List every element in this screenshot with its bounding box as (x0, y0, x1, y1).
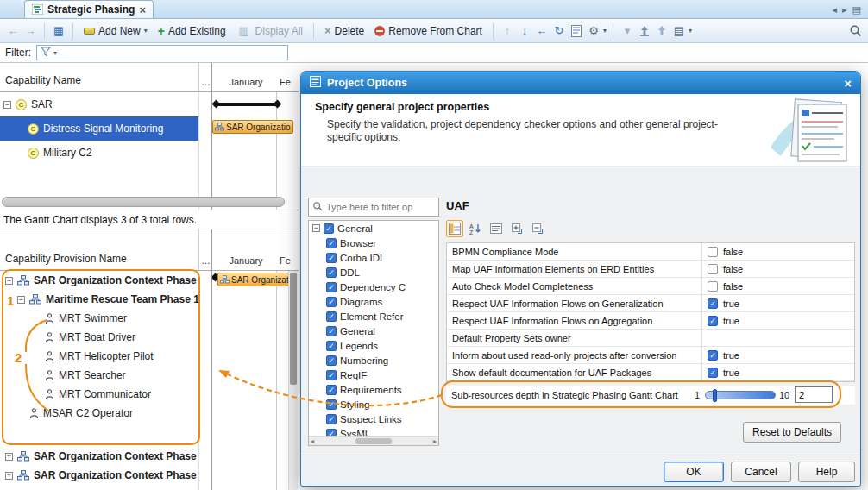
checkbox-checked-icon[interactable]: ✓ (326, 311, 337, 322)
dialog-title-bar[interactable]: Project Options × (301, 72, 860, 94)
dialog-close-icon[interactable]: × (844, 76, 852, 91)
options-item-corba-idl[interactable]: ✓Corba IDL (309, 250, 438, 265)
checkbox-checked-icon[interactable]: ✓ (326, 326, 337, 336)
checkbox-checked-icon[interactable]: ✓ (708, 368, 718, 378)
provision-name-header[interactable]: Capability Provision Name (0, 229, 198, 271)
capability-name-header[interactable]: Capability Name (0, 63, 198, 92)
checkbox-checked-icon[interactable]: ✓ (326, 385, 337, 395)
search-icon[interactable] (847, 22, 863, 40)
move-down-icon[interactable]: ↓ (517, 22, 532, 40)
refresh-icon[interactable]: ↻ (551, 22, 567, 40)
export-up-icon[interactable] (637, 22, 652, 40)
columns-icon[interactable]: ▤ (671, 22, 687, 40)
move-up-icon[interactable]: ↑ (500, 22, 515, 40)
checkbox-checked-icon[interactable]: ✓ (326, 414, 337, 424)
checkbox-checked-icon[interactable]: ✓ (326, 370, 337, 380)
checkbox-checked-icon[interactable]: ✓ (324, 223, 334, 234)
ok-button[interactable]: OK (664, 462, 724, 482)
back-icon[interactable]: ← (5, 22, 21, 40)
checkbox-unchecked-ic[interactable] (708, 281, 718, 292)
property-row-map-uaf-erd[interactable]: Map UAF Information Elements on ERD Enti… (447, 261, 854, 278)
horizontal-scrollbar[interactable] (2, 197, 285, 207)
checkbox-checked-icon[interactable]: ✓ (708, 298, 718, 309)
sort-alphabetically-icon[interactable]: AZ (467, 220, 484, 237)
collapse-icon[interactable]: − (3, 101, 11, 109)
add-new-button[interactable]: Add New ▾ (79, 23, 152, 39)
summary-bar[interactable] (216, 103, 276, 106)
filter-input-box[interactable]: ▾ (36, 45, 288, 60)
slider-thumb[interactable] (713, 389, 717, 402)
tree-horizontal-scrollbar[interactable]: ◂ ▸ (309, 436, 438, 445)
checkbox-checked-icon[interactable]: ✓ (708, 350, 718, 361)
property-row-show-default-documentation[interactable]: Show default documentation for UAF Packa… (447, 364, 854, 381)
chevron-down-icon[interactable]: ▾ (603, 27, 607, 35)
checkbox-checked-icon[interactable]: ✓ (326, 282, 337, 292)
tree-row-sar-org-phase-1[interactable]: − SAR Organization Context Phase 1 (0, 271, 198, 290)
options-item-element-references[interactable]: ✓Element Refer (309, 309, 438, 324)
property-row-flows-aggregation[interactable]: Respect UAF Information Flows on Aggrega… (447, 312, 854, 330)
depth-value-input[interactable] (795, 386, 833, 403)
chevron-down-icon[interactable]: ▾ (689, 27, 692, 35)
depth-slider[interactable] (705, 391, 776, 399)
table-view-icon[interactable]: ▦ (51, 22, 66, 40)
property-row-bpmn-compliance[interactable]: BPMN Compliance Mode false (447, 243, 854, 261)
help-button[interactable]: Help (798, 462, 855, 482)
options-item-diagrams[interactable]: ✓Diagrams (309, 294, 438, 309)
property-row-flows-generalization[interactable]: Respect UAF Information Flows on General… (447, 295, 854, 312)
scroll-tabs-left-icon[interactable]: ◂ (833, 4, 838, 16)
expand-all-icon[interactable] (508, 220, 525, 237)
checkbox-unchecked-icon[interactable] (708, 264, 718, 274)
forward-icon[interactable]: → (22, 22, 38, 40)
tree-row-mrt-helicopter-pilot[interactable]: MRT Helicopter Pilot (0, 347, 198, 366)
remove-from-chart-button[interactable]: Remove From Chart (370, 23, 487, 39)
scroll-right-icon[interactable]: ▸ (433, 437, 437, 445)
checkbox-checked-icon[interactable]: ✓ (326, 297, 337, 307)
vertical-scrollbar[interactable] (288, 271, 298, 490)
tree-row-mrt-swimmer[interactable]: MRT Swimmer (0, 309, 198, 328)
gantt-bar-sar-organization[interactable]: SAR Organizatio (212, 120, 293, 134)
property-row-inform-read-only[interactable]: Inform about used read-only projects aft… (447, 347, 854, 364)
checkbox-checked-icon[interactable]: ✓ (326, 355, 337, 366)
gantt-bar-sar-organization[interactable]: SAR Organizatio (217, 273, 290, 286)
expand-icon[interactable]: + (5, 472, 13, 480)
checkbox-checked-icon[interactable]: ✓ (326, 253, 337, 263)
navigate-back-icon[interactable]: ← (534, 22, 550, 40)
checkbox-unchecked-icon[interactable] (708, 247, 718, 257)
report-icon[interactable] (569, 22, 584, 40)
settings-gear-icon[interactable]: ⚙ (586, 22, 601, 40)
checkbox-checked-icon[interactable]: ✓ (326, 238, 337, 248)
tree-row-military-c2[interactable]: C Military C2 (0, 141, 198, 165)
scrollbar-thumb[interactable] (290, 273, 297, 385)
expand-icon[interactable]: + (5, 453, 13, 461)
options-filter-input[interactable] (326, 202, 428, 212)
options-filter-box[interactable] (308, 198, 439, 217)
add-existing-button[interactable]: + Add Existing (154, 23, 230, 39)
tab-close-icon[interactable]: × (139, 3, 146, 16)
delete-button[interactable]: × Delete (320, 22, 368, 39)
checkbox-checked-icon[interactable]: ✓ (326, 267, 337, 278)
options-item-requirements[interactable]: ✓Requirements (309, 382, 438, 397)
collapse-all-icon[interactable] (529, 220, 546, 237)
options-item-general[interactable]: ✓General (309, 324, 438, 338)
categorized-view-icon[interactable] (446, 220, 463, 237)
tab-strategic-phasing[interactable]: Strategic Phasing × (24, 0, 154, 18)
tree-row-distress-signal-monitoring[interactable]: C Distress Signal Monitoring (0, 116, 198, 141)
scrollbar-thumb[interactable] (355, 438, 392, 444)
display-all-button[interactable]: ▥ Display All (232, 21, 307, 41)
options-item-styling[interactable]: ✓Styling (309, 397, 438, 411)
provision-dots-header[interactable]: ... (198, 229, 212, 271)
property-row-sub-resources-depth[interactable]: Sub-resources depth in Strategic Phasing… (446, 386, 855, 405)
filter-input[interactable] (60, 47, 284, 58)
scroll-left-icon[interactable]: ◂ (311, 437, 314, 445)
chevron-down-icon[interactable]: ▾ (620, 22, 635, 40)
options-item-numbering[interactable]: ✓Numbering (309, 353, 438, 368)
tree-row-sar[interactable]: − C SAR (0, 92, 198, 116)
tree-row-sar-org-phase-2[interactable]: + SAR Organization Context Phase 2 (0, 447, 198, 466)
collapse-icon[interactable]: − (5, 277, 13, 285)
checkbox-checked-icon[interactable]: ✓ (326, 341, 337, 351)
options-item-suspect-links[interactable]: ✓Suspect Links (309, 411, 438, 426)
tab-list-icon[interactable]: ▤ (852, 4, 861, 16)
tree-row-msar-c2-operator[interactable]: MSAR C2 Operator (0, 404, 198, 423)
checkbox-checked-icon[interactable]: ✓ (708, 316, 718, 326)
options-item-reqif[interactable]: ✓ReqIF (309, 368, 438, 382)
